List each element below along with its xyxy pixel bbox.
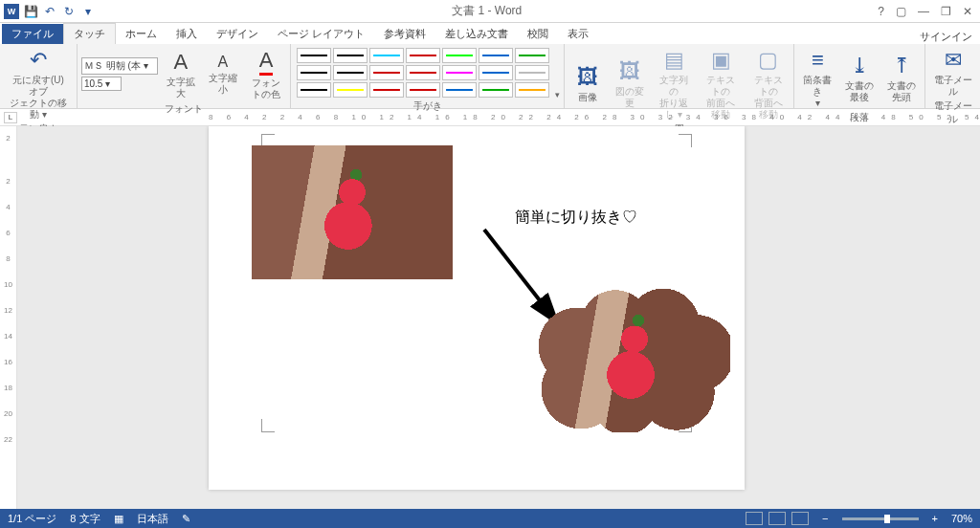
image-cloud-crop[interactable] (539, 289, 730, 432)
pen-swatch[interactable]: .pen::after{background:var(--c)} (406, 65, 440, 80)
status-word-count[interactable]: 8 文字 (70, 512, 100, 526)
pen-swatch[interactable]: .pen::after{background:var(--c)} (442, 65, 477, 80)
zoom-in-button[interactable]: + (932, 513, 938, 524)
status-lang-icon[interactable]: ▦ (114, 513, 123, 525)
document-area: 2246810121416182022 簡単に切り抜き♡ (0, 126, 980, 509)
pen-swatch[interactable]: .pen::after{background:var(--c)} (369, 48, 404, 63)
ruler-corner-icon[interactable]: L (4, 112, 17, 123)
doc-start-icon: ⤒ (893, 54, 910, 78)
tab-review[interactable]: 校閲 (518, 24, 558, 44)
pen-swatch[interactable]: .pen::after{background:var(--c)} (479, 82, 513, 98)
ribbon: ↶ 元に戻す(U) オブ ジェクトの移動 ▾ 元に戻す ＭＳ 明朝 (本 ▾ 1… (0, 44, 980, 109)
view-web-icon[interactable] (791, 512, 809, 525)
pen-swatch[interactable]: .pen::after{background:var(--c)} (333, 82, 368, 98)
close-icon[interactable]: ✕ (963, 5, 972, 18)
email-button[interactable]: ✉電子メール (929, 46, 976, 99)
pen-swatch[interactable]: .pen::after{background:var(--c)} (297, 65, 331, 80)
pen-swatch[interactable]: .pen::after{background:var(--c)} (515, 48, 549, 63)
status-proof-icon[interactable]: ✎ (182, 513, 190, 525)
group-picture: 🖼画像 🖼図の変更 ▤文字列の 折り返し ▾ ▣テキストの 前面へ移動 ▢テキス… (565, 44, 794, 108)
group-undo: ↶ 元に戻す(U) オブ ジェクトの移動 ▾ 元に戻す (0, 44, 78, 108)
font-size-combo[interactable]: 10.5 ▾ (81, 77, 122, 91)
sign-in-link[interactable]: サインイン (920, 30, 980, 44)
undo-icon[interactable]: ↶ (42, 4, 57, 19)
tab-file[interactable]: ファイル (2, 24, 63, 44)
insert-image-button[interactable]: 🖼画像 (568, 63, 607, 105)
change-picture-button: 🖼図の変更 (611, 57, 649, 111)
zoom-slider[interactable] (842, 517, 919, 520)
font-grow-icon: A (174, 50, 189, 75)
restore-icon[interactable]: ❐ (941, 5, 951, 18)
word-icon: W (4, 4, 19, 19)
undo-arrow-icon: ↶ (30, 48, 47, 73)
group-handwriting-label: 手がき (295, 99, 560, 114)
tab-view[interactable]: 表示 (558, 24, 598, 44)
zoom-level[interactable]: 70% (951, 513, 972, 524)
view-print-icon[interactable] (768, 512, 786, 525)
status-bar: 1/1 ページ 8 文字 ▦ 日本語 ✎ − + 70% (0, 509, 980, 528)
email-icon: ✉ (945, 48, 962, 73)
doc-start-button[interactable]: ⤒文書の 先頭 (882, 52, 921, 105)
qat-more-icon[interactable]: ▾ (80, 4, 96, 19)
pen-swatch[interactable]: .pen::after{background:var(--c)} (479, 65, 513, 80)
tab-insert[interactable]: 挿入 (167, 24, 207, 44)
save-icon[interactable]: 💾 (23, 4, 38, 19)
gallery-more-icon[interactable]: ▾ (555, 90, 560, 99)
font-grow-button[interactable]: A文字拡大 (162, 48, 200, 101)
redo-icon[interactable]: ↻ (61, 4, 77, 19)
status-page[interactable]: 1/1 ページ (8, 512, 56, 526)
pen-swatch[interactable]: .pen::after{background:var(--c)} (297, 48, 331, 63)
pen-swatch[interactable]: .pen::after{background:var(--c)} (333, 48, 368, 63)
pen-swatch[interactable]: .pen::after{background:var(--c)} (442, 82, 477, 98)
image-rectangle[interactable] (252, 145, 453, 279)
pen-swatch[interactable]: .pen::after{background:var(--c)} (515, 65, 549, 80)
tab-pagelayout[interactable]: ページ レイアウト (268, 24, 374, 44)
pen-swatch[interactable]: .pen::after{background:var(--c)} (333, 65, 368, 80)
document-canvas[interactable]: 簡単に切り抜き♡ (17, 126, 980, 509)
font-shrink-button[interactable]: A文字縮小 (204, 51, 242, 98)
pen-swatch[interactable]: .pen::after{background:var(--c)} (406, 48, 440, 63)
vertical-ruler[interactable]: 2246810121416182022 (0, 126, 17, 509)
minimize-icon[interactable]: — (918, 5, 929, 18)
doc-end-button[interactable]: ⤓文書の 最後 (840, 52, 879, 105)
window-controls: ? ▢ — ❐ ✕ (878, 5, 980, 18)
bring-front-icon: ▣ (711, 48, 731, 73)
text-wrap-button: ▤文字列の 折り返し ▾ (653, 46, 695, 122)
image-icon: 🖼 (577, 65, 598, 90)
font-color-icon: A (259, 48, 274, 76)
view-read-icon[interactable] (746, 512, 763, 525)
pen-swatch[interactable]: .pen::after{background:var(--c)} (479, 48, 513, 63)
title-bar: W 💾 ↶ ↻ ▾ 文書 1 - Word ? ▢ — ❐ ✕ (0, 0, 980, 23)
group-handwriting: .pen::after{background:var(--c)}.pen::af… (291, 44, 565, 108)
tab-home[interactable]: ホーム (116, 24, 167, 44)
pen-gallery[interactable]: .pen::after{background:var(--c)}.pen::af… (295, 46, 551, 99)
tab-design[interactable]: デザイン (207, 24, 268, 44)
pen-swatch[interactable]: .pen::after{background:var(--c)} (515, 82, 549, 98)
ribbon-toggle-icon[interactable]: ▢ (896, 5, 906, 18)
pen-swatch[interactable]: .pen::after{background:var(--c)} (369, 65, 404, 80)
tab-touch[interactable]: タッチ (63, 23, 116, 44)
bullets-button[interactable]: ≡箇条書き ▾ (798, 46, 836, 111)
ribbon-tabs: ファイル タッチ ホーム 挿入 デザイン ページ レイアウト 参考資料 差し込み… (0, 23, 980, 44)
help-icon[interactable]: ? (878, 5, 884, 18)
font-name-combo[interactable]: ＭＳ 明朝 (本 ▾ (81, 57, 158, 75)
quick-access-toolbar: W 💾 ↶ ↻ ▾ (0, 4, 96, 19)
crop-mark (679, 134, 692, 147)
ruler-numbers: 8 6 4 2 2 4 6 8 10 12 14 16 18 20 22 24 … (209, 113, 980, 121)
pen-swatch[interactable]: .pen::after{background:var(--c)} (442, 48, 477, 63)
pen-swatch[interactable]: .pen::after{background:var(--c)} (369, 82, 404, 98)
view-switcher[interactable] (746, 512, 809, 525)
pen-swatch[interactable]: .pen::after{background:var(--c)} (406, 82, 440, 98)
annotation-text[interactable]: 簡単に切り抜き♡ (515, 208, 637, 228)
status-language[interactable]: 日本語 (137, 512, 168, 526)
tab-references[interactable]: 参考資料 (374, 24, 435, 44)
font-color-button[interactable]: Aフォントの色 (246, 46, 286, 102)
tab-mailings[interactable]: 差し込み文書 (435, 24, 518, 44)
pen-swatch[interactable]: .pen::after{background:var(--c)} (297, 82, 331, 98)
page[interactable]: 簡単に切り抜き♡ (209, 126, 745, 490)
zoom-out-button[interactable]: − (822, 513, 828, 524)
text-wrap-icon: ▤ (664, 48, 684, 73)
window-title: 文書 1 - Word (96, 3, 878, 19)
bullets-icon: ≡ (812, 48, 824, 73)
font-shrink-icon: A (218, 53, 229, 71)
